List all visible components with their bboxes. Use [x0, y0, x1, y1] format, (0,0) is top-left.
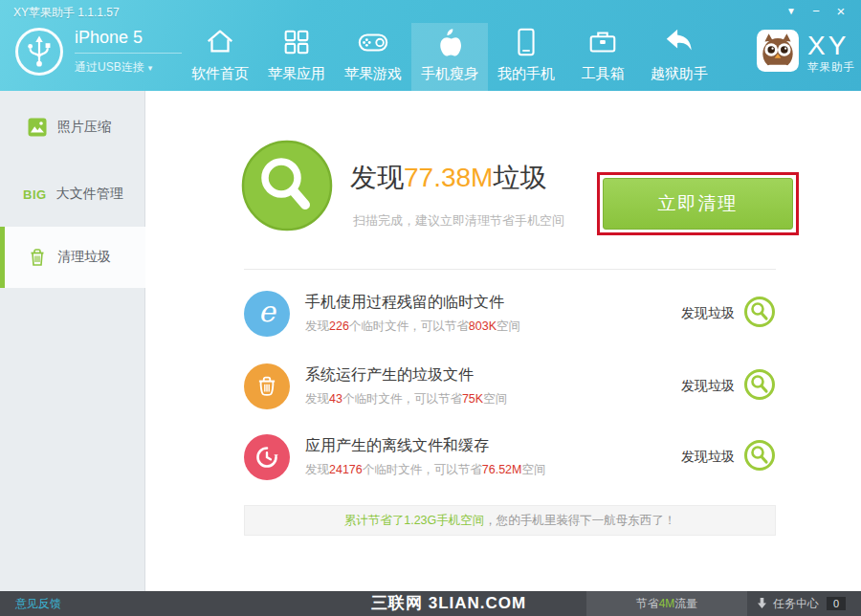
- sidebar-item-label: 大文件管理: [56, 186, 123, 203]
- trash-icon: [244, 363, 290, 409]
- phone-icon: [510, 26, 542, 65]
- gamepad-icon: [357, 26, 389, 65]
- big-badge: BIG: [23, 187, 47, 202]
- minimize-icon[interactable]: −: [804, 2, 828, 21]
- magnifier-icon: [743, 439, 776, 475]
- device-divider: [75, 53, 182, 54]
- window-controls: ▼ − ×: [779, 2, 853, 21]
- main-nav: 软件首页 苹果应用 苹果游戏: [182, 23, 718, 91]
- nav-label: 手机瘦身: [421, 65, 478, 83]
- row-title: 手机使用过程残留的临时文件: [305, 293, 681, 313]
- sidebar-item-label: 照片压缩: [57, 119, 111, 136]
- size-saving: 803K: [469, 319, 497, 333]
- junk-row-system-junk: 系统运行产生的垃圾文件 发现43个临时文件，可以节省75K空间 发现垃圾: [244, 360, 776, 413]
- app-window: XY苹果助手 1.1.1.57 ▼ − × iPhone 5 通过USB连接▾: [0, 0, 861, 616]
- photo-compress-icon: [27, 117, 48, 138]
- feedback-link[interactable]: 意见反馈: [15, 591, 61, 616]
- nav-label: 软件首页: [191, 65, 249, 83]
- task-count-badge: 0: [827, 597, 846, 610]
- row-action-found-junk[interactable]: 发现垃圾: [681, 439, 776, 475]
- trash-icon: [27, 247, 48, 268]
- chevron-down-icon: ▾: [148, 63, 153, 73]
- scan-result-subtitle: 扫描完成，建议立即清理节省手机空间: [353, 212, 564, 230]
- sidebar-item-clean-junk[interactable]: 清理垃圾: [0, 227, 145, 288]
- file-count: 43: [329, 392, 342, 406]
- row-description: 发现43个临时文件，可以节省75K空间: [305, 391, 681, 407]
- row-action-found-junk[interactable]: 发现垃圾: [681, 296, 776, 332]
- scan-result-magnifier-icon: [240, 139, 334, 232]
- task-center-button[interactable]: 任务中心 0: [748, 591, 861, 616]
- window-title: XY苹果助手 1.1.1.57: [13, 5, 120, 21]
- apps-grid-icon: [280, 26, 313, 65]
- nav-label: 苹果应用: [268, 65, 325, 83]
- magnifier-icon: [743, 368, 776, 405]
- nav-item-apple-games[interactable]: 苹果游戏: [335, 23, 411, 91]
- menu-dropdown-icon[interactable]: ▼: [779, 2, 804, 21]
- site-watermark: 三联网 3LIAN.COM: [371, 591, 526, 616]
- logo-brand-text: XY: [807, 33, 855, 59]
- row-description: 发现226个临时文件，可以节省803K空间: [305, 319, 681, 335]
- junk-row-app-cache: 应用产生的离线文件和缓存 发现24176个临时文件，可以节省76.52M空间 发…: [244, 430, 776, 484]
- size-saving: 76.52M: [482, 463, 522, 476]
- download-arrow-icon: [748, 595, 766, 612]
- temp-file-e-icon: e: [244, 291, 290, 337]
- sidebar-item-label: 清理垃圾: [57, 249, 111, 266]
- traffic-saved-indicator: 节省4M流量: [586, 591, 747, 616]
- brand-logo: XY 苹果助手: [756, 29, 855, 77]
- row-action-found-junk[interactable]: 发现垃圾: [681, 368, 776, 405]
- nav-item-my-phone[interactable]: 我的手机: [488, 23, 564, 91]
- row-title: 系统运行产生的垃圾文件: [305, 365, 681, 385]
- nav-item-apple-apps[interactable]: 苹果应用: [258, 23, 335, 91]
- found-junk-label: 发现垃圾: [681, 378, 735, 395]
- nav-item-software-home[interactable]: 软件首页: [182, 23, 258, 91]
- nav-label: 苹果游戏: [344, 65, 402, 83]
- sidebar: 照片压缩 BIG 大文件管理 清理垃圾: [0, 91, 145, 591]
- nav-item-toolbox[interactable]: 工具箱: [564, 23, 641, 91]
- close-icon[interactable]: ×: [828, 2, 853, 21]
- file-count: 226: [329, 319, 349, 333]
- section-divider: [244, 269, 776, 270]
- nav-label: 我的手机: [497, 65, 555, 83]
- home-icon: [204, 26, 236, 65]
- clock-icon: [244, 434, 290, 480]
- connected-device-panel: iPhone 5 通过USB连接▾: [15, 26, 192, 81]
- annotation-highlight-box: 立即清理: [597, 172, 799, 235]
- nav-label: 越狱助手: [651, 65, 708, 83]
- device-name: iPhone 5: [75, 28, 143, 48]
- connection-selector[interactable]: 通过USB连接▾: [75, 59, 152, 76]
- row-title: 应用产生的离线文件和缓存: [305, 436, 681, 456]
- main-content: 发现77.38M垃圾 扫描完成，建议立即清理节省手机空间 立即清理 e 手机使用…: [146, 91, 861, 591]
- scan-result-headline: 发现77.38M垃圾: [350, 160, 546, 196]
- header: XY苹果助手 1.1.1.57 ▼ − × iPhone 5 通过USB连接▾: [0, 0, 861, 91]
- logo-sub-text: 苹果助手: [807, 62, 855, 74]
- row-description: 发现24176个临时文件，可以节省76.52M空间: [305, 462, 681, 478]
- traffic-amount: 4M: [659, 597, 675, 610]
- active-indicator: [0, 227, 5, 288]
- jailbreak-arrow-icon: [663, 26, 695, 65]
- status-bar: 意见反馈 三联网 3LIAN.COM 节省4M流量 任务中心 0: [0, 591, 861, 616]
- sidebar-item-big-file-manager[interactable]: BIG 大文件管理: [0, 164, 145, 225]
- apple-icon: [433, 26, 466, 65]
- savings-total: 累计节省了1.23G手机空间: [344, 514, 485, 527]
- nav-label: 工具箱: [582, 65, 625, 83]
- task-center-label: 任务中心: [773, 596, 819, 612]
- junk-amount: 77.38M: [404, 163, 493, 192]
- size-saving: 75K: [462, 392, 483, 406]
- owl-mascot-icon: [756, 29, 800, 77]
- junk-row-temp-files: e 手机使用过程残留的临时文件 发现226个临时文件，可以节省803K空间 发现…: [244, 287, 776, 341]
- found-junk-label: 发现垃圾: [681, 449, 735, 466]
- clean-now-button[interactable]: 立即清理: [603, 178, 793, 230]
- toolbox-icon: [586, 26, 619, 65]
- usb-icon: [15, 28, 63, 76]
- magnifier-icon: [743, 296, 776, 332]
- nav-item-jailbreak-assistant[interactable]: 越狱助手: [641, 23, 718, 91]
- sidebar-item-photo-compress[interactable]: 照片压缩: [0, 97, 145, 158]
- savings-summary-bar: 累计节省了1.23G手机空间，您的手机里装得下一航母东西了！: [244, 505, 776, 536]
- nav-item-phone-slimming[interactable]: 手机瘦身: [411, 23, 488, 91]
- found-junk-label: 发现垃圾: [681, 305, 735, 322]
- file-count: 24176: [329, 463, 363, 476]
